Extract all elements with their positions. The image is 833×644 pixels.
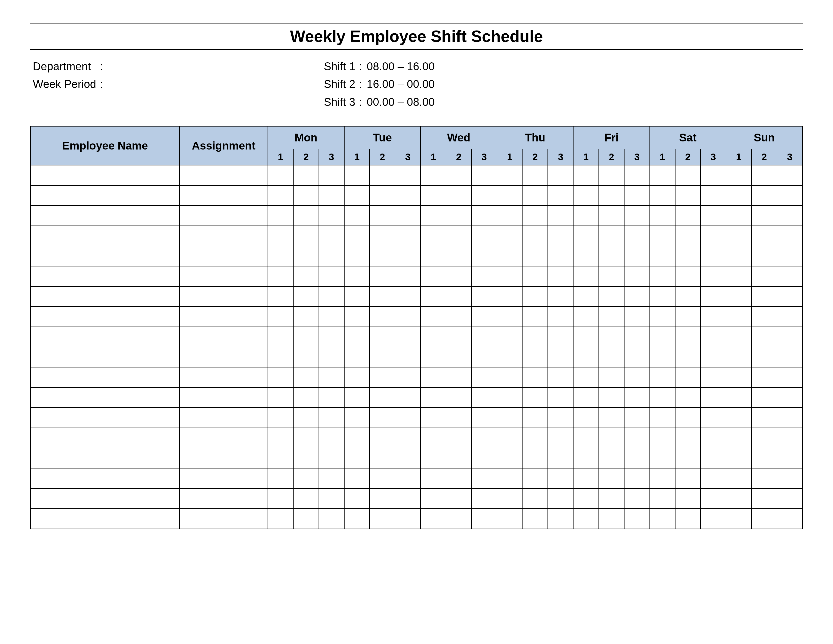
shift-cell — [446, 206, 471, 226]
employee-name-cell — [31, 387, 180, 407]
shift-cell — [548, 226, 573, 246]
assignment-cell — [180, 448, 268, 468]
shift-cell — [548, 488, 573, 509]
shift-cell — [497, 287, 523, 307]
shift-cell — [548, 509, 573, 529]
week-period-label: Week Period — [33, 75, 100, 93]
shift-cell — [650, 448, 675, 468]
shift-cell — [395, 367, 421, 387]
shift-cell — [726, 367, 751, 387]
shift-sub-header: 1 — [573, 149, 599, 165]
shift-cell — [599, 185, 624, 206]
shift-cell — [497, 307, 523, 327]
shift-cell — [751, 246, 777, 266]
shift-cell — [370, 347, 395, 367]
assignment-cell — [180, 287, 268, 307]
shift-cell — [293, 226, 319, 246]
shift-cell — [421, 468, 446, 488]
shift-cell — [624, 165, 650, 185]
shift-sub-header: 2 — [370, 149, 395, 165]
shift-cell — [471, 387, 497, 407]
shift-cell — [446, 226, 471, 246]
shift-cell — [777, 287, 802, 307]
shift-cell — [319, 509, 344, 529]
shift-cell — [421, 246, 446, 266]
shift-cell — [522, 165, 548, 185]
shift-sub-header: 1 — [268, 149, 293, 165]
shift-cell — [344, 347, 370, 367]
shift-cell — [471, 367, 497, 387]
employee-name-header: Employee Name — [31, 126, 180, 165]
shift-cell — [395, 488, 421, 509]
shift-sub-header: 2 — [675, 149, 701, 165]
colon: : — [359, 58, 367, 75]
shift-cell — [268, 206, 293, 226]
shift-cell — [370, 226, 395, 246]
shift-cell — [701, 246, 726, 266]
shift-cell — [675, 448, 701, 468]
shift-cell — [675, 165, 701, 185]
shift-cell — [446, 448, 471, 468]
assignment-cell — [180, 226, 268, 246]
shift-cell — [370, 307, 395, 327]
shift-cell — [573, 307, 599, 327]
shift-cell — [421, 448, 446, 468]
shift-cell — [726, 327, 751, 347]
shift-cell — [497, 367, 523, 387]
shift-cell — [446, 165, 471, 185]
shift-cell — [624, 287, 650, 307]
table-row — [31, 407, 802, 428]
shift-cell — [726, 246, 751, 266]
shift-sub-header: 2 — [599, 149, 624, 165]
shift-cell — [751, 448, 777, 468]
shift-cell — [573, 407, 599, 428]
shift-cell — [268, 307, 293, 327]
shift-1-line: Shift 1 : 08.00 – 16.00 — [324, 58, 803, 75]
shift-cell — [548, 206, 573, 226]
shift-cell — [624, 226, 650, 246]
table-row — [31, 165, 802, 185]
day-header: Mon — [268, 126, 344, 149]
table-row — [31, 206, 802, 226]
shift-cell — [421, 347, 446, 367]
shift-cell — [599, 266, 624, 287]
shift-cell — [599, 509, 624, 529]
shift-cell — [751, 327, 777, 347]
shift-cell — [522, 468, 548, 488]
shift-cell — [650, 468, 675, 488]
shift-cell — [344, 307, 370, 327]
shift-cell — [446, 488, 471, 509]
shift-cell — [777, 367, 802, 387]
employee-name-cell — [31, 509, 180, 529]
shift-cell — [268, 226, 293, 246]
shift-cell — [395, 206, 421, 226]
shift-cell — [293, 387, 319, 407]
shift-cell — [624, 387, 650, 407]
shift-cell — [599, 407, 624, 428]
info-left: Department : Week Period : — [30, 58, 324, 111]
shift-cell — [471, 246, 497, 266]
shift-cell — [497, 387, 523, 407]
shift-cell — [497, 407, 523, 428]
shift-cell — [726, 428, 751, 448]
shift-sub-header: 1 — [497, 149, 523, 165]
shift-cell — [268, 266, 293, 287]
table-header: Employee Name Assignment MonTueWedThuFri… — [31, 126, 802, 165]
shift-cell — [395, 327, 421, 347]
shift-cell — [777, 165, 802, 185]
employee-name-cell — [31, 488, 180, 509]
assignment-cell — [180, 428, 268, 448]
shift-cell — [650, 327, 675, 347]
shift-cell — [573, 206, 599, 226]
assignment-cell — [180, 509, 268, 529]
table-row — [31, 468, 802, 488]
shift-cell — [650, 307, 675, 327]
shift-cell — [573, 367, 599, 387]
shift-cell — [777, 327, 802, 347]
shift-cell — [701, 347, 726, 367]
shift-cell — [777, 185, 802, 206]
shift-cell — [777, 387, 802, 407]
shift-cell — [726, 509, 751, 529]
shift-cell — [497, 246, 523, 266]
shift-cell — [751, 488, 777, 509]
